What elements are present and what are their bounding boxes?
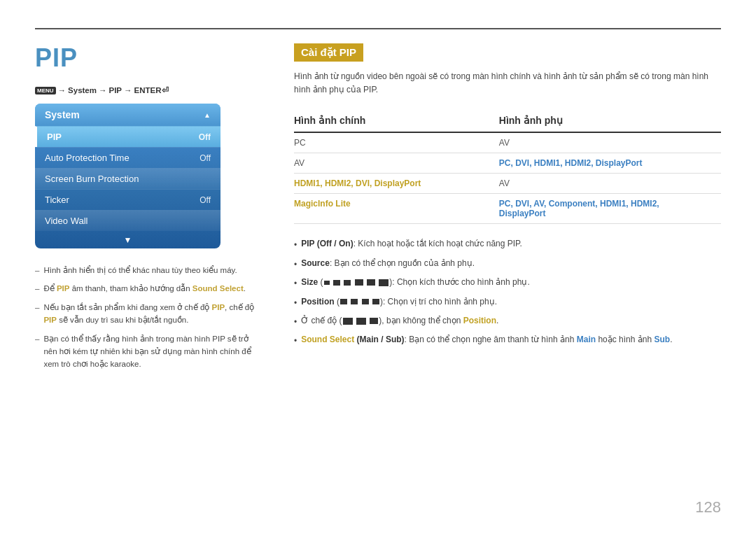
note-item-4: – Bạn có thể thấy rằng hình ảnh trong mà… [35, 332, 259, 371]
note-item-3: – Nếu bạn tắt sản phẩm khi đang xem ở ch… [35, 301, 259, 327]
table-cell-main-1: PC [294, 132, 499, 153]
note-text-2: Để PIP âm thanh, tham khảo hướng dẫn Sou… [43, 282, 246, 295]
system-panel: System ▲ PIP Off Auto Protection Time Of… [35, 104, 220, 248]
bullet-text-source: Source: Bạn có thể chọn nguồn của ảnh ph… [301, 256, 475, 270]
menu-item-ticker[interactable]: Ticker Off [35, 189, 220, 210]
menu-item-video-wall[interactable]: Video Wall [35, 210, 220, 231]
menu-path: MENU → System → PIP → ENTER⏎ [35, 85, 259, 95]
menu-path-sep2: → [99, 86, 107, 94]
note-text-4: Bạn có thể thấy rằng hình ảnh trong màn … [43, 332, 259, 371]
page-title: PIP [35, 43, 259, 73]
table-cell-main-3: HDMI1, HDMI2, DVI, DisplayPort [294, 174, 499, 194]
section-description: Hình ảnh từ nguồn video bên ngoài sẽ có … [294, 70, 721, 97]
menu-path-sep3: → [124, 86, 132, 94]
menu-path-enter: ENTER⏎ [134, 85, 169, 95]
bullet-text-size: Size ( ): Chọn kích thước cho hình ảnh p… [301, 275, 530, 289]
table-header-sub: Hình ảnh phụ [499, 109, 721, 132]
table-header-main: Hình ảnh chính [294, 109, 499, 132]
bullet-text-mode: Ở chế độ ( ), bạn không thể chọn Positio… [301, 314, 498, 328]
table-cell-sub-3: AV [499, 174, 721, 194]
note-item-2: – Để PIP âm thanh, tham khảo hướng dẫn S… [35, 282, 259, 295]
table-cell-main-4: MagicInfo Lite [294, 194, 499, 224]
bullet-dot-source: • [294, 258, 297, 272]
table-row: HDMI1, HDMI2, DVI, DisplayPort AV [294, 174, 721, 194]
menu-item-pip-value: Off [199, 132, 211, 142]
note-dash-2: – [35, 282, 39, 295]
system-panel-label: System [45, 109, 80, 120]
table-cell-sub-4: PC, DVI, AV, Component, HDMI1, HDMI2,Dis… [499, 194, 721, 224]
bullet-text-position: Position ( ): Chọn vị trí cho hình ảnh p… [301, 295, 497, 309]
right-column: Cài đặt PIP Hình ảnh từ nguồn video bên … [287, 43, 721, 513]
page-number: 128 [695, 498, 721, 517]
bullet-item-source: • Source: Bạn có thể chọn nguồn của ảnh … [294, 256, 721, 272]
menu-item-ticker-value: Off [200, 195, 211, 205]
chevron-down-container: ▼ [35, 231, 220, 248]
bullet-text-sound-select: Sound Select (Main / Sub): Bạn có thể ch… [301, 332, 672, 346]
bullet-item-size: • Size ( ): Chọn kích thước cho hình ảnh… [294, 275, 721, 290]
bullet-dot-size: • [294, 276, 297, 290]
table-row: MagicInfo Lite PC, DVI, AV, Component, H… [294, 194, 721, 224]
system-panel-title: System ▲ [35, 104, 220, 126]
notes-section: – Hình ảnh hiển thị có thể khác nhau tùy… [35, 264, 259, 371]
table-row: AV PC, DVI, HDMI1, HDMI2, DisplayPort [294, 153, 721, 174]
menu-path-sep1: → [58, 86, 66, 94]
bullet-dot-sound-select: • [294, 334, 297, 348]
bullet-item-sound-select: • Sound Select (Main / Sub): Bạn có thể … [294, 332, 721, 348]
bullet-item-pip: • PIP (Off / On): Kích hoạt hoặc tắt kíc… [294, 237, 721, 252]
note-text-3: Nếu bạn tắt sản phẩm khi đang xem ở chế … [43, 301, 259, 327]
section-title: Cài đặt PIP [294, 43, 363, 62]
bullet-dot-mode: • [294, 315, 297, 329]
table-cell-sub-2: PC, DVI, HDMI1, HDMI2, DisplayPort [499, 153, 721, 174]
table-cell-main-2: AV [294, 153, 499, 174]
menu-item-screen-burn[interactable]: Screen Burn Protection [35, 168, 220, 189]
note-text-1: Hình ảnh hiển thị có thể khác nhau tùy t… [43, 264, 237, 276]
menu-item-pip-label: PIP [47, 132, 62, 142]
menu-item-screen-burn-label: Screen Burn Protection [45, 174, 139, 184]
note-dash-4: – [35, 332, 39, 345]
note-dash-3: – [35, 301, 39, 314]
content-area: PIP MENU → System → PIP → ENTER⏎ System … [35, 43, 721, 513]
pip-table: Hình ảnh chính Hình ảnh phụ PC AV AV PC,… [294, 109, 721, 224]
menu-icon: MENU [35, 87, 56, 94]
menu-path-system: System [68, 86, 97, 94]
chevron-down-icon: ▼ [124, 235, 132, 245]
bullet-item-position: • Position ( ): Chọn vị trí cho hình ảnh… [294, 295, 721, 310]
bullet-dot-position: • [294, 296, 297, 310]
bullet-text-pip: PIP (Off / On): Kích hoạt hoặc tắt kích … [301, 237, 522, 251]
menu-path-pip: PIP [108, 86, 122, 94]
menu-item-ticker-label: Ticker [45, 195, 69, 205]
bullet-dot-pip: • [294, 238, 297, 252]
table-cell-sub-1: AV [499, 132, 721, 153]
note-dash-1: – [35, 264, 39, 276]
bullets-section: • PIP (Off / On): Kích hoạt hoặc tắt kíc… [294, 237, 721, 348]
menu-item-auto-protection-label: Auto Protection Time [45, 153, 130, 163]
left-column: PIP MENU → System → PIP → ENTER⏎ System … [35, 43, 259, 513]
menu-item-auto-protection[interactable]: Auto Protection Time Off [35, 147, 220, 168]
note-item-1: – Hình ảnh hiển thị có thể khác nhau tùy… [35, 264, 259, 276]
menu-item-pip[interactable]: PIP Off [35, 126, 220, 147]
table-row: PC AV [294, 132, 721, 153]
page-container: PIP MENU → System → PIP → ENTER⏎ System … [0, 0, 756, 534]
menu-item-video-wall-label: Video Wall [45, 216, 88, 226]
chevron-up-icon: ▲ [204, 111, 211, 119]
bullet-item-mode: • Ở chế độ ( ), bạn không thể chọn Posit… [294, 314, 721, 329]
top-rule [35, 28, 721, 29]
menu-item-auto-protection-value: Off [200, 153, 211, 163]
